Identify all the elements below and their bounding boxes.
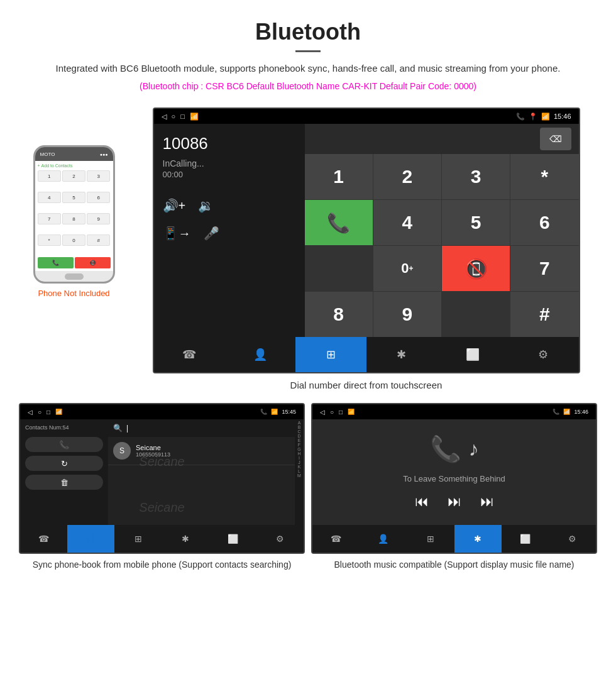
- alpha-D[interactable]: D: [296, 434, 302, 438]
- phone-end-button[interactable]: 📵: [75, 257, 111, 268]
- alpha-M[interactable]: M: [296, 473, 302, 478]
- music-phone-icon: 📞: [430, 434, 461, 464]
- phone-bottom-row: 📞 📵: [38, 257, 111, 268]
- dial-left-panel: 10086 InCalling... 00:00 🔊+ 🔉 📱→ 🎤: [154, 124, 305, 337]
- alpha-G[interactable]: G: [296, 447, 302, 451]
- pb-body: Contacts Num:54 📞 ↻ 🗑 🔍 | S Seicane 106: [20, 419, 304, 525]
- location-icon: 📍: [529, 113, 537, 121]
- nav-settings[interactable]: ⚙: [508, 337, 579, 372]
- phone-key-5[interactable]: 5: [62, 192, 85, 203]
- pb-contact-info: Seicane 10655059113: [136, 444, 170, 458]
- phone-key-star[interactable]: *: [38, 234, 61, 246]
- play-pause-icon[interactable]: ⏭: [448, 494, 461, 510]
- key-9[interactable]: 9: [373, 292, 441, 337]
- pb-nav-keypad[interactable]: ⊞: [114, 525, 162, 553]
- nav-transfer[interactable]: ⬜: [437, 337, 508, 372]
- dial-right-panel: ⌫ 1 2 3 * 📞 4 5 6 0+ 📵 7 8: [305, 124, 579, 337]
- key-1[interactable]: 1: [305, 154, 373, 199]
- alpha-C[interactable]: C: [296, 429, 302, 434]
- key-3[interactable]: 3: [442, 154, 510, 199]
- phone-call-button[interactable]: 📞: [38, 257, 74, 268]
- alpha-A[interactable]: A: [296, 421, 302, 425]
- phonebook-caption: Sync phone-book from mobile phone (Suppo…: [33, 559, 292, 571]
- music-status-right: 📞 📶 15:46: [553, 409, 588, 415]
- bottom-nav: ☎ 👤 ⊞ ✱ ⬜ ⚙: [154, 337, 579, 372]
- key-end-red[interactable]: 📵: [442, 246, 510, 291]
- phone-key-7[interactable]: 7: [38, 213, 61, 224]
- pb-status-bar: ◁ ○ □ 📶 📞 📶 15:45: [20, 404, 304, 419]
- pb-nav-phone[interactable]: ☎: [20, 525, 67, 553]
- phone-key-6[interactable]: 6: [87, 192, 110, 203]
- transfer-icon[interactable]: 📱→: [163, 226, 191, 241]
- phone-home-button[interactable]: [65, 273, 84, 280]
- alpha-E[interactable]: E: [296, 438, 302, 443]
- pb-right-panel: 🔍 | S Seicane 10655059113: [108, 419, 295, 525]
- alpha-L[interactable]: L: [296, 469, 302, 473]
- key-call-green[interactable]: 📞: [305, 200, 373, 245]
- phone-key-2[interactable]: 2: [62, 170, 85, 182]
- phone-top-bar: MOTO ●●●: [35, 147, 113, 161]
- alpha-B[interactable]: B: [296, 425, 302, 429]
- music-nav-transfer[interactable]: ⬜: [502, 525, 549, 553]
- key-6[interactable]: 6: [510, 200, 578, 245]
- music-screen-block: ◁ ○ □ 📶 📞 📶 15:46 📞 ♪ To Leave Something…: [311, 403, 597, 571]
- backspace-button[interactable]: ⌫: [540, 128, 571, 150]
- music-nav-settings[interactable]: ⚙: [549, 525, 596, 553]
- alpha-J[interactable]: J: [296, 460, 302, 465]
- volume-down-icon[interactable]: 🔉: [198, 198, 214, 213]
- nav-contacts[interactable]: 👤: [224, 337, 295, 372]
- pb-sync-button[interactable]: ↻: [25, 456, 103, 471]
- key-hash[interactable]: #: [510, 292, 578, 337]
- recent-icon: □: [180, 113, 185, 120]
- alpha-K[interactable]: K: [296, 465, 302, 469]
- key-0plus[interactable]: 0+: [373, 246, 441, 291]
- key-7[interactable]: 7: [510, 246, 578, 291]
- alpha-F[interactable]: F: [296, 443, 302, 447]
- phone-key-9[interactable]: 9: [87, 213, 110, 224]
- pb-call-button[interactable]: 📞: [25, 437, 103, 452]
- dial-timer: 00:00: [163, 170, 184, 179]
- key-2[interactable]: 2: [373, 154, 441, 199]
- alpha-H[interactable]: H: [296, 451, 302, 456]
- pb-nav-transfer[interactable]: ⬜: [209, 525, 256, 553]
- music-nav-bluetooth-active[interactable]: ✱: [454, 525, 502, 553]
- phone-key-4[interactable]: 4: [38, 192, 61, 203]
- signal-icon: 📶: [190, 113, 199, 121]
- page-title: Bluetooth: [38, 19, 578, 45]
- car-screen-container: ◁ ○ □ 📶 📞 📍 📶 15:46 10086 InCalling...: [135, 108, 597, 390]
- key-5[interactable]: 5: [442, 200, 510, 245]
- music-nav-phone[interactable]: ☎: [312, 525, 360, 553]
- pb-nav-bluetooth[interactable]: ✱: [162, 525, 209, 553]
- phone-key-1[interactable]: 1: [38, 170, 61, 182]
- music-icon-area: 📞 ♪: [430, 434, 479, 464]
- phone-not-included-label: Phone Not Included: [38, 289, 109, 298]
- key-4[interactable]: 4: [373, 200, 441, 245]
- pb-nav-contacts-active[interactable]: 👤: [67, 525, 114, 553]
- music-recent-icon: □: [339, 409, 343, 416]
- key-star[interactable]: *: [510, 154, 578, 199]
- next-track-icon[interactable]: ⏭: [480, 494, 494, 510]
- nav-bluetooth[interactable]: ✱: [366, 337, 437, 372]
- volume-up-icon[interactable]: 🔊+: [163, 198, 186, 213]
- mic-icon[interactable]: 🎤: [204, 226, 219, 241]
- phone-container: MOTO ●●● +Add to Contacts 1 2 3 4 5 6 7 …: [19, 145, 129, 298]
- prev-track-icon[interactable]: ⏮: [415, 494, 429, 510]
- music-nav-contacts[interactable]: 👤: [360, 525, 407, 553]
- phone-key-0[interactable]: 0: [62, 234, 85, 246]
- pb-nav-settings[interactable]: ⚙: [256, 525, 304, 553]
- bottom-screens: ◁ ○ □ 📶 📞 📶 15:45 Seicane Seicane Contac…: [0, 397, 616, 584]
- pb-contact-item[interactable]: S Seicane 10655059113: [108, 437, 295, 465]
- wifi-icon: 📶: [541, 113, 550, 121]
- nav-keypad-active[interactable]: ⊞: [295, 337, 366, 372]
- key-8[interactable]: 8: [305, 292, 373, 337]
- music-nav-keypad[interactable]: ⊞: [407, 525, 454, 553]
- music-bottom-nav: ☎ 👤 ⊞ ✱ ⬜ ⚙: [312, 525, 596, 553]
- alpha-I[interactable]: I: [296, 456, 302, 460]
- phone-key-3[interactable]: 3: [87, 170, 110, 182]
- phone-key-8[interactable]: 8: [62, 213, 85, 224]
- phone-status-icon: 📞: [516, 113, 525, 121]
- phone-key-hash[interactable]: #: [87, 234, 110, 246]
- nav-phone[interactable]: ☎: [154, 337, 225, 372]
- pb-delete-button[interactable]: 🗑: [25, 475, 103, 490]
- car-screen-caption: Dial number direct from touchscreen: [290, 380, 443, 390]
